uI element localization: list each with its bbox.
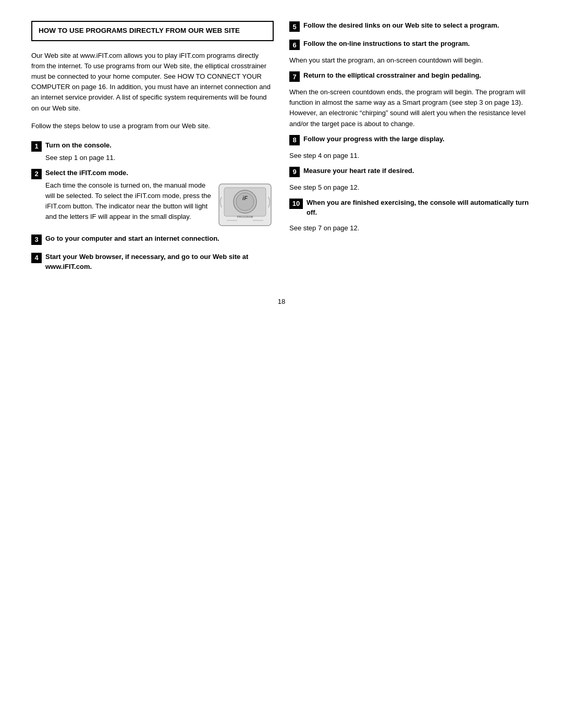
step-8-content: Follow your progress with the large disp… <box>303 134 532 144</box>
step-number-9: 9 <box>289 167 300 177</box>
step-number-5: 5 <box>289 21 300 32</box>
step-4-title: Start your Web browser, if necessary, an… <box>45 253 248 270</box>
page-content: HOW TO USE PROGRAMS DIRECTLY FROM OUR WE… <box>31 21 532 277</box>
section-header-box: HOW TO USE PROGRAMS DIRECTLY FROM OUR WE… <box>31 21 274 41</box>
step-8: 8 Follow your progress with the large di… <box>289 134 532 145</box>
step-1-content: Turn on the console. See step 1 on page … <box>45 141 274 163</box>
step-2-title: Select the iFIT.com mode. <box>45 169 128 177</box>
step-1: 1 Turn on the console. See step 1 on pag… <box>31 141 274 163</box>
right-column: 5 Follow the desired links on our Web si… <box>289 21 532 277</box>
step-4: 4 Start your Web browser, if necessary, … <box>31 252 274 272</box>
step-1-title: Turn on the console. <box>45 141 112 149</box>
step-2-body: Each time the console is turned on, the … <box>45 180 274 230</box>
step-5-title: Follow the desired links on our Web site… <box>303 21 499 29</box>
step-7: 7 Return to the elliptical crosstrainer … <box>289 71 532 82</box>
section-title: HOW TO USE PROGRAMS DIRECTLY FROM OUR WE… <box>39 26 266 36</box>
step-number-10: 10 <box>289 199 303 209</box>
step-5-content: Follow the desired links on our Web site… <box>303 21 532 31</box>
svg-text:iF: iF <box>242 195 248 201</box>
intro-paragraph-2: Follow the steps below to use a program … <box>31 121 274 131</box>
intro-paragraph-1: Our Web site at www.iFIT.com allows you … <box>31 51 274 114</box>
step-3-content: Go to your computer and start an interne… <box>45 234 274 244</box>
step-8-title: Follow your progress with the large disp… <box>303 135 445 143</box>
step-4-content: Start your Web browser, if necessary, an… <box>45 252 274 272</box>
step-10-title: When you are finished exercising, the co… <box>307 199 529 216</box>
step-number-3: 3 <box>31 235 42 245</box>
step-6-title: Follow the on-line instructions to start… <box>303 40 470 47</box>
step-3-title: Go to your computer and start an interne… <box>45 235 219 242</box>
step-6-sub: When you start the program, an on-screen… <box>289 55 532 66</box>
step-9-title: Measure your heart rate if desired. <box>303 167 414 175</box>
step-8-sub: See step 4 on page 11. <box>289 151 532 161</box>
step-number-4: 4 <box>31 253 42 263</box>
step-number-6: 6 <box>289 40 300 50</box>
step-6: 6 Follow the on-line instructions to sta… <box>289 39 532 50</box>
step-10-content: When you are finished exercising, the co… <box>307 198 532 218</box>
step-10-sub: See step 7 on page 12. <box>289 223 532 233</box>
step-6-content: Follow the on-line instructions to start… <box>303 39 532 49</box>
step-9: 9 Measure your heart rate if desired. <box>289 166 532 177</box>
step-2-content: Select the iFIT.com mode. Each time the … <box>45 168 274 230</box>
step-9-sub: See step 5 on page 12. <box>289 182 532 193</box>
step-number-7: 7 <box>289 71 300 82</box>
page-number: 18 <box>278 298 285 305</box>
step-1-sub: See step 1 on page 11. <box>45 153 274 163</box>
step-7-sub: When the on-screen countdown ends, the p… <box>289 87 532 129</box>
left-column: HOW TO USE PROGRAMS DIRECTLY FROM OUR WE… <box>31 21 274 277</box>
step-number-1: 1 <box>31 141 42 152</box>
step-number-2: 2 <box>31 169 42 179</box>
step-3: 3 Go to your computer and start an inter… <box>31 234 274 245</box>
step-2-text: Each time the console is turned on, the … <box>45 180 211 230</box>
step-10: 10 When you are finished exercising, the… <box>289 198 532 218</box>
page-number-area: 18 <box>31 298 532 305</box>
step-7-title: Return to the elliptical crosstrainer an… <box>303 71 481 79</box>
step-2: 2 Select the iFIT.com mode. Each time th… <box>31 168 274 230</box>
step-7-content: Return to the elliptical crosstrainer an… <box>303 71 532 81</box>
ifit-console-illustration: iF PROGRAM <box>216 181 274 230</box>
step-9-content: Measure your heart rate if desired. <box>303 166 532 176</box>
step-5: 5 Follow the desired links on our Web si… <box>289 21 532 32</box>
step-number-8: 8 <box>289 135 300 145</box>
console-svg: iF PROGRAM <box>216 181 274 228</box>
svg-text:PROGRAM: PROGRAM <box>237 215 253 218</box>
